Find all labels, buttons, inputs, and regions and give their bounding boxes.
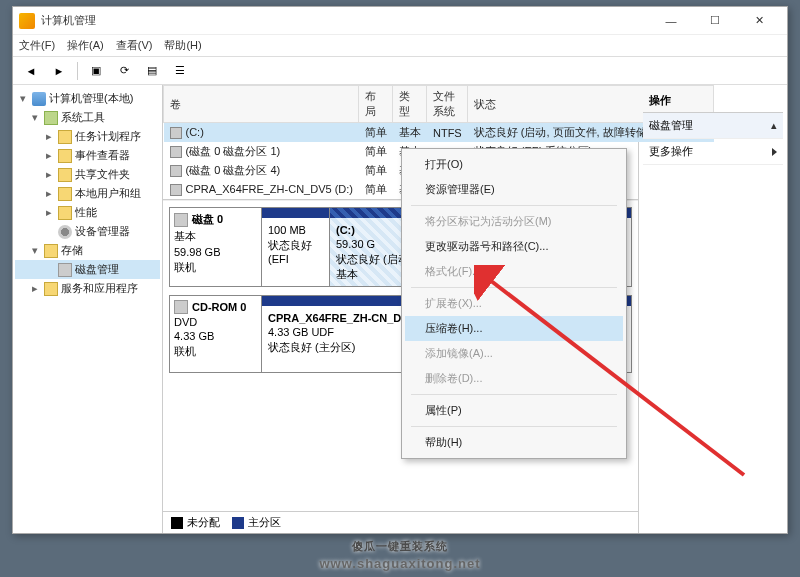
col-fs[interactable]: 文件系统: [427, 86, 468, 123]
tree-local-users[interactable]: ▸本地用户和组: [15, 184, 160, 203]
app-icon: [19, 13, 35, 29]
actions-header: 操作: [643, 89, 783, 113]
legend-primary-swatch: [232, 517, 244, 529]
ctx-format: 格式化(F)...: [405, 259, 623, 284]
disk-icon: [174, 213, 188, 227]
toolbar-button-4[interactable]: ☰: [168, 60, 192, 82]
partition-efi[interactable]: 100 MB 状态良好 (EFI: [262, 208, 330, 286]
ctx-shrink[interactable]: 压缩卷(H)...: [405, 316, 623, 341]
tree-services-apps[interactable]: ▸服务和应用程序: [15, 279, 160, 298]
cdrom-icon: [174, 300, 188, 314]
ctx-open[interactable]: 打开(O): [405, 152, 623, 177]
tree-device-manager[interactable]: 设备管理器: [15, 222, 160, 241]
menu-help[interactable]: 帮助(H): [164, 38, 201, 53]
tree-task-scheduler[interactable]: ▸任务计划程序: [15, 127, 160, 146]
disk-0-info[interactable]: 磁盘 0 基本 59.98 GB 联机: [170, 208, 262, 286]
computer-management-window: 计算机管理 — ☐ ✕ 文件(F) 操作(A) 查看(V) 帮助(H) ◄ ► …: [12, 6, 788, 534]
legend-unallocated-swatch: [171, 517, 183, 529]
ctx-add-mirror: 添加镜像(A)...: [405, 341, 623, 366]
volume-row[interactable]: (C:)简单基本NTFS状态良好 (启动, 页面文件, 故障转储, 基本数据分: [164, 123, 714, 143]
tree-storage[interactable]: ▾存储: [15, 241, 160, 260]
refresh-button[interactable]: ⟳: [112, 60, 136, 82]
menu-view[interactable]: 查看(V): [116, 38, 153, 53]
tree-root[interactable]: ▾计算机管理(本地): [15, 89, 160, 108]
cdrom-0-info[interactable]: CD-ROM 0 DVD 4.33 GB 联机: [170, 296, 262, 372]
menu-file[interactable]: 文件(F): [19, 38, 55, 53]
tree-system-tools[interactable]: ▾系统工具: [15, 108, 160, 127]
toolbar-button-1[interactable]: ▣: [84, 60, 108, 82]
col-type[interactable]: 类型: [393, 86, 427, 123]
ctx-help[interactable]: 帮助(H): [405, 430, 623, 455]
tree-disk-management[interactable]: 磁盘管理: [15, 260, 160, 279]
ctx-properties[interactable]: 属性(P): [405, 398, 623, 423]
watermark: 傻瓜一键重装系统 www.shaguaxitong.net: [0, 530, 800, 571]
ctx-extend: 扩展卷(X)...: [405, 291, 623, 316]
menu-action[interactable]: 操作(A): [67, 38, 104, 53]
navigation-tree: ▾计算机管理(本地) ▾系统工具 ▸任务计划程序 ▸事件查看器 ▸共享文件夹 ▸…: [13, 85, 163, 533]
close-button[interactable]: ✕: [737, 7, 781, 35]
maximize-button[interactable]: ☐: [693, 7, 737, 35]
forward-button: ►: [47, 60, 71, 82]
context-menu: 打开(O) 资源管理器(E) 将分区标记为活动分区(M) 更改驱动器号和路径(C…: [401, 148, 627, 459]
ctx-change-letter[interactable]: 更改驱动器号和路径(C)...: [405, 234, 623, 259]
ctx-explorer[interactable]: 资源管理器(E): [405, 177, 623, 202]
window-title: 计算机管理: [41, 13, 649, 28]
col-volume[interactable]: 卷: [164, 86, 359, 123]
actions-more[interactable]: 更多操作: [643, 139, 783, 165]
ctx-mark-active: 将分区标记为活动分区(M): [405, 209, 623, 234]
toolbar-button-3[interactable]: ▤: [140, 60, 164, 82]
actions-pane: 操作 磁盘管理▴ 更多操作: [639, 85, 787, 533]
minimize-button[interactable]: —: [649, 7, 693, 35]
col-layout[interactable]: 布局: [359, 86, 393, 123]
titlebar[interactable]: 计算机管理 — ☐ ✕: [13, 7, 787, 35]
tree-shared-folders[interactable]: ▸共享文件夹: [15, 165, 160, 184]
tree-event-viewer[interactable]: ▸事件查看器: [15, 146, 160, 165]
back-button: ◄: [19, 60, 43, 82]
tree-performance[interactable]: ▸性能: [15, 203, 160, 222]
menubar: 文件(F) 操作(A) 查看(V) 帮助(H): [13, 35, 787, 57]
chevron-right-icon: [772, 148, 777, 156]
actions-disk-mgmt[interactable]: 磁盘管理▴: [643, 113, 783, 139]
toolbar: ◄ ► ▣ ⟳ ▤ ☰: [13, 57, 787, 85]
ctx-delete: 删除卷(D)...: [405, 366, 623, 391]
